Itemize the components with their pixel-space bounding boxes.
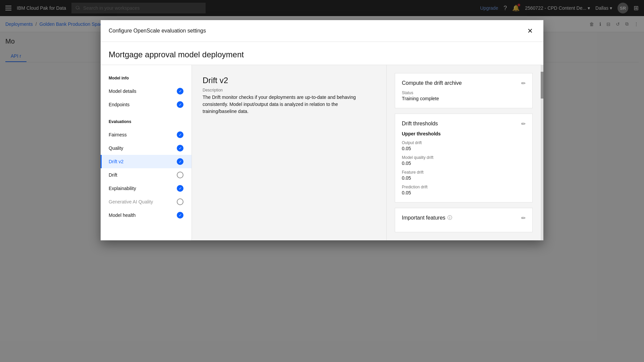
compute-drift-edit-icon[interactable]: ✏ — [521, 80, 526, 86]
output-drift-value: 0.05 — [402, 146, 526, 151]
sidebar-evaluations-title: Evaluations — [101, 117, 192, 127]
model-quality-drift-field: Model quality drift 0.05 — [402, 155, 526, 166]
description-text: The Drift monitor checks if your deploym… — [203, 94, 364, 115]
modal-scrollbar-thumb — [541, 72, 543, 99]
status-label: Status — [402, 90, 526, 95]
sidebar-explainability-label: Explainability — [109, 186, 177, 191]
model-quality-drift-label: Model quality drift — [402, 155, 526, 160]
important-features-edit-icon[interactable]: ✏ — [521, 215, 526, 221]
quality-check-icon: ✓ — [177, 145, 183, 152]
sidebar-drift-v2-label: Drift v2 — [109, 159, 177, 164]
sidebar-item-model-health[interactable]: Model health ✓ — [101, 208, 192, 222]
compute-drift-card: Compute the drift archive ✏ Status Train… — [395, 73, 533, 108]
sidebar-item-quality[interactable]: Quality ✓ — [101, 141, 192, 155]
status-value: Training complete — [402, 96, 526, 101]
compute-drift-title: Compute the drift archive — [402, 80, 462, 86]
sidebar-item-gen-ai-quality[interactable]: Generative AI Quality — [101, 195, 192, 208]
sidebar-drift-label: Drift — [109, 172, 177, 178]
close-button[interactable]: ✕ — [525, 25, 535, 36]
sidebar-item-explainability[interactable]: Explainability ✓ — [101, 182, 192, 195]
modal-overlay: Configure OpenScale evaluation settings … — [0, 0, 644, 362]
sidebar-item-drift-v2[interactable]: Drift v2 ✓ — [101, 155, 192, 168]
sidebar-quality-label: Quality — [109, 145, 177, 151]
model-health-check-icon: ✓ — [177, 212, 183, 219]
modal-subtitle: Mortgage approval model deployment — [101, 42, 543, 65]
fairness-check-icon: ✓ — [177, 131, 183, 138]
modal-title: Configure OpenScale evaluation settings — [109, 28, 206, 34]
modal-body: Model info Model details ✓ Endpoints ✓ E… — [101, 65, 543, 240]
upper-thresholds-label: Upper thresholds — [402, 131, 526, 136]
configure-modal: Configure OpenScale evaluation settings … — [101, 20, 543, 240]
important-features-card: Important features ⓘ ✏ — [395, 208, 533, 232]
feature-drift-label: Feature drift — [402, 170, 526, 175]
important-features-title: Important features — [402, 215, 445, 221]
drift-thresholds-title: Drift thresholds — [402, 121, 438, 127]
feature-drift-value: 0.05 — [402, 175, 526, 181]
important-features-card-header: Important features ⓘ ✏ — [402, 215, 526, 221]
drift-v2-title: Drift v2 — [203, 76, 376, 85]
description-label: Description — [203, 88, 376, 93]
model-details-check-icon: ✓ — [177, 88, 183, 95]
important-features-info-icon[interactable]: ⓘ — [447, 215, 452, 221]
modal-sidebar: Model info Model details ✓ Endpoints ✓ E… — [101, 65, 192, 240]
feature-drift-field: Feature drift 0.05 — [402, 170, 526, 181]
drift-circle-icon — [177, 172, 183, 178]
sidebar-model-info-title: Model info — [101, 73, 192, 83]
prediction-drift-value: 0.05 — [402, 190, 526, 195]
modal-header: Configure OpenScale evaluation settings … — [101, 20, 543, 42]
upper-thresholds-section: Upper thresholds Output drift 0.05 Model… — [402, 131, 526, 195]
explainability-check-icon: ✓ — [177, 185, 183, 192]
important-features-title-group: Important features ⓘ — [402, 215, 452, 221]
sidebar-item-endpoints[interactable]: Endpoints ✓ — [101, 98, 192, 111]
modal-right-panel: Compute the drift archive ✏ Status Train… — [386, 65, 541, 240]
sidebar-fairness-label: Fairness — [109, 132, 177, 137]
prediction-drift-label: Prediction drift — [402, 185, 526, 189]
modal-description-panel: Drift v2 Description The Drift monitor c… — [192, 65, 386, 240]
drift-thresholds-edit-icon[interactable]: ✏ — [521, 121, 526, 127]
sidebar-item-model-details[interactable]: Model details ✓ — [101, 84, 192, 98]
drift-v2-check-icon: ✓ — [177, 158, 183, 165]
sidebar-item-drift[interactable]: Drift — [101, 168, 192, 182]
output-drift-label: Output drift — [402, 140, 526, 145]
modal-scrollbar — [541, 65, 543, 240]
output-drift-field: Output drift 0.05 — [402, 140, 526, 151]
model-quality-drift-value: 0.05 — [402, 161, 526, 166]
prediction-drift-field: Prediction drift 0.05 — [402, 185, 526, 195]
compute-drift-status-field: Status Training complete — [402, 90, 526, 101]
sidebar-model-health-label: Model health — [109, 213, 177, 218]
sidebar-gen-ai-quality-label: Generative AI Quality — [109, 199, 177, 204]
gen-ai-quality-circle-icon — [177, 198, 183, 205]
drift-thresholds-card: Drift thresholds ✏ Upper thresholds Outp… — [395, 114, 533, 202]
compute-drift-card-header: Compute the drift archive ✏ — [402, 80, 526, 86]
endpoints-check-icon: ✓ — [177, 101, 183, 108]
sidebar-item-fairness[interactable]: Fairness ✓ — [101, 128, 192, 141]
sidebar-model-details-label: Model details — [109, 88, 177, 94]
sidebar-endpoints-label: Endpoints — [109, 102, 177, 107]
drift-thresholds-card-header: Drift thresholds ✏ — [402, 121, 526, 127]
